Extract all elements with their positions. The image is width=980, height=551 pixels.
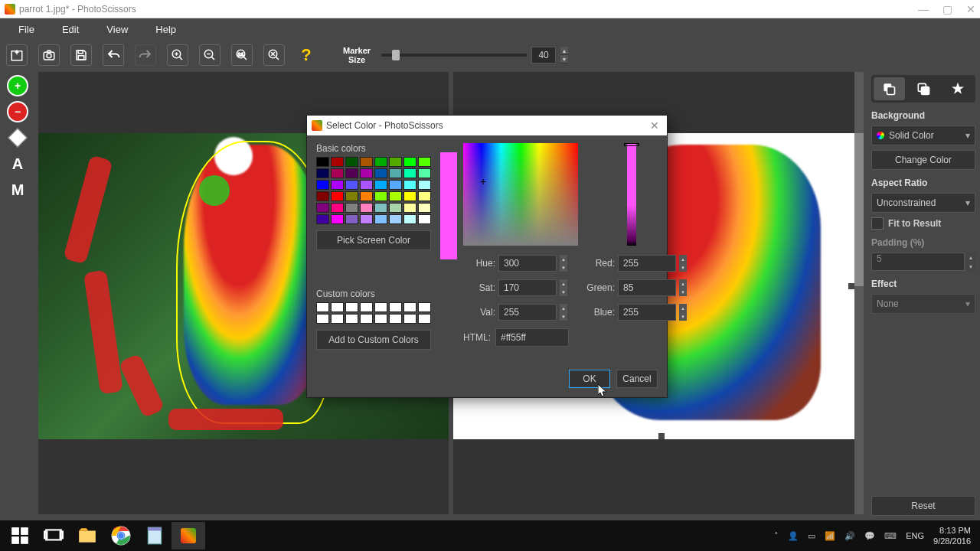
language-indicator[interactable]: ENG	[906, 531, 924, 540]
basic-swatch[interactable]	[345, 168, 358, 178]
manual-tool[interactable]: M	[7, 179, 28, 201]
custom-swatch[interactable]	[316, 314, 329, 324]
menu-edit[interactable]: Edit	[48, 21, 93, 38]
hue-input[interactable]	[498, 255, 557, 272]
tab-foreground[interactable]	[908, 77, 939, 100]
aspect-ratio-dropdown[interactable]: Unconstrained	[871, 193, 975, 213]
blue-input[interactable]	[618, 304, 676, 321]
basic-swatch[interactable]	[331, 157, 344, 167]
maximize-button[interactable]: ▢	[942, 3, 952, 15]
effect-dropdown[interactable]: None	[871, 294, 975, 314]
tab-favorites[interactable]	[942, 77, 973, 100]
basic-swatch[interactable]	[345, 214, 358, 224]
eraser-tool[interactable]	[7, 127, 28, 148]
undo-button[interactable]	[103, 44, 124, 66]
sat-input[interactable]	[498, 279, 557, 296]
val-input[interactable]	[498, 304, 557, 321]
basic-swatch[interactable]	[360, 191, 373, 201]
basic-swatch[interactable]	[374, 180, 387, 190]
basic-swatch[interactable]	[345, 191, 358, 201]
basic-swatch[interactable]	[374, 203, 387, 213]
start-button[interactable]	[3, 522, 37, 549]
basic-swatch[interactable]	[418, 191, 431, 201]
open-button[interactable]	[6, 44, 28, 66]
background-marker-tool[interactable]: −	[7, 101, 28, 122]
photoscissors-taskbar-icon[interactable]	[172, 522, 205, 549]
basic-swatch[interactable]	[389, 180, 402, 190]
custom-swatch[interactable]	[345, 314, 358, 324]
custom-swatch[interactable]	[418, 302, 431, 312]
custom-swatch[interactable]	[331, 314, 344, 324]
notepad-icon[interactable]	[138, 522, 172, 549]
background-mode-dropdown[interactable]: Solid Color	[871, 126, 975, 145]
basic-swatch[interactable]	[403, 157, 416, 167]
basic-swatch[interactable]	[418, 214, 431, 224]
ok-button[interactable]: OK	[569, 370, 610, 388]
redo-button[interactable]	[135, 44, 156, 66]
basic-swatch[interactable]	[418, 168, 431, 178]
basic-swatch[interactable]	[374, 168, 387, 178]
basic-swatch[interactable]	[403, 203, 416, 213]
menu-help[interactable]: Help	[142, 21, 190, 38]
basic-swatch[interactable]	[403, 180, 416, 190]
custom-swatch[interactable]	[360, 302, 373, 312]
keyboard-icon[interactable]: ⌨	[884, 531, 897, 541]
reset-button[interactable]: Reset	[871, 496, 975, 516]
zoom-fit-button[interactable]	[263, 44, 285, 66]
pick-screen-color-button[interactable]: Pick Screen Color	[316, 230, 431, 250]
basic-swatch[interactable]	[403, 191, 416, 201]
task-view-button[interactable]	[37, 522, 70, 549]
basic-swatch[interactable]	[316, 214, 329, 224]
basic-swatch[interactable]	[345, 203, 358, 213]
chrome-icon[interactable]	[104, 522, 138, 549]
zoom-actual-button[interactable]: 1:1	[231, 44, 253, 66]
basic-swatch[interactable]	[418, 157, 431, 167]
basic-swatch[interactable]	[316, 191, 329, 201]
marker-size-value[interactable]: 40	[531, 47, 556, 64]
basic-swatch[interactable]	[389, 214, 402, 224]
zoom-out-button[interactable]	[199, 44, 220, 66]
add-to-custom-button[interactable]: Add to Custom Colors	[316, 330, 431, 350]
menu-view[interactable]: View	[93, 21, 142, 38]
cancel-button[interactable]: Cancel	[616, 370, 658, 388]
basic-swatch[interactable]	[331, 214, 344, 224]
basic-swatch[interactable]	[418, 180, 431, 190]
auto-tool[interactable]: A	[7, 153, 28, 174]
padding-up[interactable]: ▲	[966, 253, 975, 262]
custom-swatch[interactable]	[345, 302, 358, 312]
basic-swatch[interactable]	[389, 203, 402, 213]
custom-swatch[interactable]	[389, 314, 402, 324]
custom-swatch[interactable]	[403, 302, 416, 312]
padding-input[interactable]: 5	[871, 253, 965, 271]
basic-swatch[interactable]	[316, 168, 329, 178]
green-input[interactable]	[618, 279, 676, 296]
dialog-titlebar[interactable]: Select Color - PhotoScissors ✕	[307, 116, 667, 135]
basic-swatch[interactable]	[345, 157, 358, 167]
custom-swatch[interactable]	[403, 314, 416, 324]
basic-swatch[interactable]	[316, 180, 329, 190]
basic-swatch[interactable]	[389, 157, 402, 167]
basic-swatch[interactable]	[331, 203, 344, 213]
padding-down[interactable]: ▼	[966, 262, 975, 271]
minimize-button[interactable]: —	[918, 3, 929, 15]
basic-swatch[interactable]	[360, 214, 373, 224]
wifi-icon[interactable]: 📶	[825, 531, 835, 541]
basic-swatch[interactable]	[418, 203, 431, 213]
custom-swatch[interactable]	[374, 302, 387, 312]
custom-swatch[interactable]	[389, 302, 402, 312]
basic-swatch[interactable]	[374, 214, 387, 224]
camera-button[interactable]	[38, 44, 60, 66]
menu-file[interactable]: File	[5, 21, 48, 38]
basic-swatch[interactable]	[345, 180, 358, 190]
basic-swatch[interactable]	[389, 168, 402, 178]
zoom-in-button[interactable]	[167, 44, 188, 66]
basic-swatch[interactable]	[331, 168, 344, 178]
basic-swatch[interactable]	[316, 157, 329, 167]
saturation-picker[interactable]: +	[463, 143, 578, 246]
change-color-button[interactable]: Change Color	[871, 150, 975, 170]
custom-swatch[interactable]	[316, 302, 329, 312]
file-explorer-icon[interactable]	[70, 522, 104, 549]
foreground-marker-tool[interactable]: +	[7, 75, 28, 96]
basic-swatch[interactable]	[403, 168, 416, 178]
basic-swatch[interactable]	[374, 191, 387, 201]
